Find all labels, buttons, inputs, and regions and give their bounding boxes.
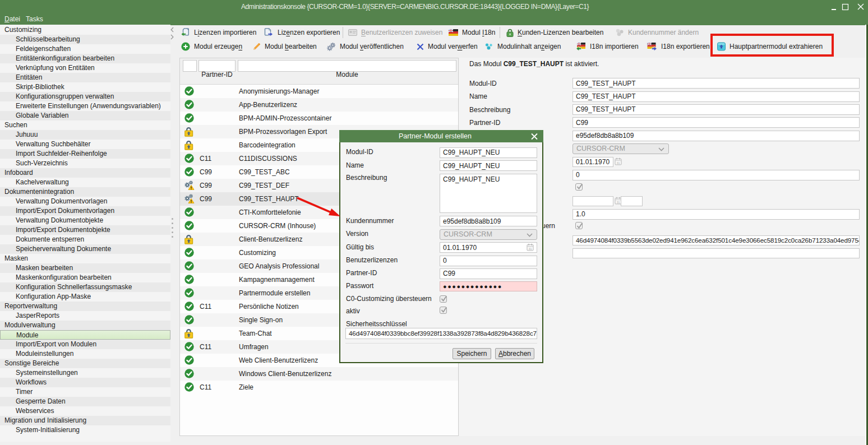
svg-text:31: 31 [616,161,620,165]
svg-text:31: 31 [528,247,532,251]
svg-text:31: 31 [616,201,620,204]
